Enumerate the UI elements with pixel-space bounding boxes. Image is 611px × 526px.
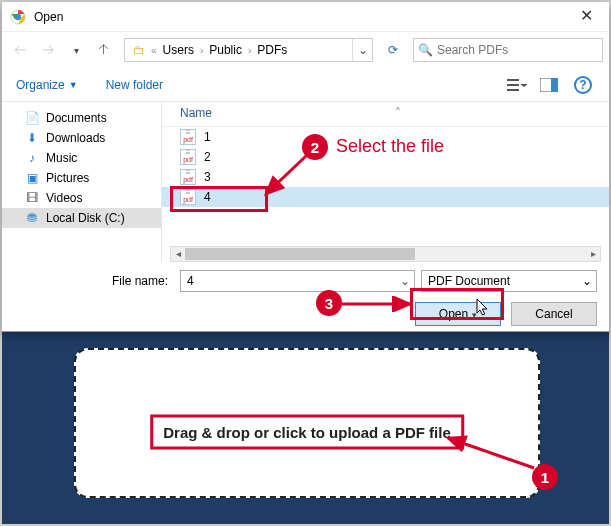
pdf-icon: pdf bbox=[180, 189, 196, 205]
arrow-step2 bbox=[260, 154, 310, 200]
folder-icon: 🗀 bbox=[129, 43, 149, 57]
step-2-text: Select the file bbox=[336, 136, 444, 157]
col-name[interactable]: Name bbox=[180, 106, 395, 120]
dropzone-message: Drag & drop or click to upload a PDF fil… bbox=[150, 414, 464, 449]
crumb-public[interactable]: Public bbox=[205, 41, 246, 59]
svg-rect-6 bbox=[551, 78, 558, 92]
tree-music[interactable]: ♪Music bbox=[2, 148, 161, 168]
newfolder-button[interactable]: New folder bbox=[106, 78, 163, 92]
tree-documents[interactable]: 📄Documents bbox=[2, 108, 161, 128]
dialog-bottom: File name: 4 ⌄ PDF Document ⌄ Open▾ Canc… bbox=[2, 262, 609, 336]
forward-button[interactable]: 🡢 bbox=[36, 38, 60, 62]
arrow-step1 bbox=[442, 434, 542, 474]
preview-pane-button[interactable] bbox=[535, 74, 563, 96]
step-2-badge: 2 bbox=[302, 134, 328, 160]
search-placeholder: Search PDFs bbox=[437, 43, 508, 57]
downloads-icon: ⬇ bbox=[24, 131, 40, 145]
documents-icon: 📄 bbox=[24, 111, 40, 125]
dialog-title: Open bbox=[34, 10, 63, 24]
nav-row: 🡠 🡢 ▾ 🡡 🗀 « Users › Public › PDFs ⌄ ⟳ 🔍 … bbox=[2, 32, 609, 68]
titlebar: Open ✕ bbox=[2, 2, 609, 32]
filename-label: File name: bbox=[14, 274, 174, 288]
search-icon: 🔍 bbox=[418, 43, 433, 57]
tree-local-disk[interactable]: ⛃Local Disk (C:) bbox=[2, 208, 161, 228]
up-button[interactable]: 🡡 bbox=[92, 38, 116, 62]
upload-dropzone[interactable]: Drag & drop or click to upload a PDF fil… bbox=[74, 348, 540, 498]
pdf-icon: pdf bbox=[180, 129, 196, 145]
filename-input[interactable]: 4 ⌄ bbox=[180, 270, 415, 292]
sort-indicator-icon: ˄ bbox=[395, 106, 401, 120]
cursor-icon bbox=[476, 298, 490, 318]
file-row-selected[interactable]: pdf4 bbox=[162, 187, 609, 207]
help-button[interactable]: ? bbox=[567, 74, 595, 96]
step-3-badge: 3 bbox=[316, 290, 342, 316]
refresh-button[interactable]: ⟳ bbox=[381, 38, 405, 62]
toolbar: Organize ▼ New folder ? bbox=[2, 68, 609, 102]
horizontal-scrollbar[interactable]: ◂ ▸ bbox=[170, 246, 601, 262]
pdf-icon: pdf bbox=[180, 169, 196, 185]
music-icon: ♪ bbox=[24, 151, 40, 165]
file-row[interactable]: pdf3 bbox=[162, 167, 609, 187]
chevron-right-icon: › bbox=[248, 45, 251, 56]
search-input[interactable]: 🔍 Search PDFs bbox=[413, 38, 603, 62]
back-button[interactable]: 🡠 bbox=[8, 38, 32, 62]
scroll-right-icon[interactable]: ▸ bbox=[586, 247, 600, 261]
videos-icon: 🎞 bbox=[24, 191, 40, 205]
pdf-icon: pdf bbox=[180, 149, 196, 165]
recent-chevron[interactable]: ▾ bbox=[64, 38, 88, 62]
crumb-users[interactable]: Users bbox=[159, 41, 198, 59]
filetype-filter[interactable]: PDF Document ⌄ bbox=[421, 270, 597, 292]
organize-button[interactable]: Organize ▼ bbox=[16, 78, 78, 92]
arrow-step3 bbox=[340, 296, 416, 312]
cancel-button[interactable]: Cancel bbox=[511, 302, 597, 326]
address-dropdown[interactable]: ⌄ bbox=[352, 39, 372, 61]
svg-line-7 bbox=[266, 156, 306, 194]
svg-rect-2 bbox=[507, 79, 519, 81]
tree-pictures[interactable]: ▣Pictures bbox=[2, 168, 161, 188]
svg-rect-3 bbox=[507, 84, 519, 86]
nav-tree: 📄Documents ⬇Downloads ♪Music ▣Pictures 🎞… bbox=[2, 102, 162, 262]
chevron-right-icon: › bbox=[200, 45, 203, 56]
step-1-badge: 1 bbox=[532, 464, 558, 490]
pictures-icon: ▣ bbox=[24, 171, 40, 185]
svg-line-9 bbox=[448, 438, 534, 468]
address-bar[interactable]: 🗀 « Users › Public › PDFs ⌄ bbox=[124, 38, 373, 62]
svg-rect-4 bbox=[507, 89, 519, 91]
chrome-icon bbox=[10, 9, 26, 25]
disk-icon: ⛃ bbox=[24, 211, 40, 225]
chevron-down-icon: ▼ bbox=[69, 80, 78, 90]
scroll-thumb[interactable] bbox=[185, 248, 415, 260]
chevron-down-icon[interactable]: ⌄ bbox=[582, 274, 592, 288]
list-header[interactable]: Name ˄ bbox=[162, 102, 609, 127]
tree-videos[interactable]: 🎞Videos bbox=[2, 188, 161, 208]
chevron-down-icon[interactable]: ⌄ bbox=[400, 274, 410, 288]
crumb-pdfs[interactable]: PDFs bbox=[253, 41, 291, 59]
file-list: Name ˄ pdf1 pdf2 pdf3 pdf4 ◂ ▸ bbox=[162, 102, 609, 262]
view-button[interactable] bbox=[503, 74, 531, 96]
scroll-left-icon[interactable]: ◂ bbox=[171, 247, 185, 261]
close-button[interactable]: ✕ bbox=[563, 2, 609, 32]
chevron-right-icon: « bbox=[151, 45, 157, 56]
tree-downloads[interactable]: ⬇Downloads bbox=[2, 128, 161, 148]
